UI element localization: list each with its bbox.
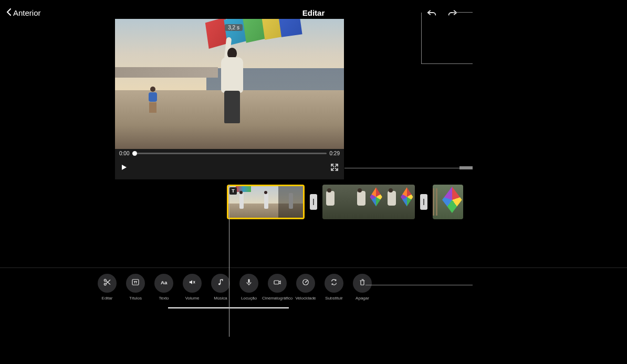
timeline[interactable]: T <box>227 185 627 219</box>
time-total: 0:29 <box>330 151 340 156</box>
trash-icon <box>358 277 367 289</box>
editar-button[interactable]: Editar <box>95 274 120 301</box>
microphone-icon <box>244 277 254 289</box>
locucao-button[interactable]: Locução <box>236 274 262 301</box>
video-preview[interactable]: 3,2 s <box>115 19 344 149</box>
edit-toolbar: Editar Títulos Aa Texto Volume Música Lo… <box>95 274 375 301</box>
texto-button[interactable]: Aa Texto <box>151 274 176 301</box>
svg-text:Aa: Aa <box>161 280 168 285</box>
back-label: Anterior <box>13 8 41 17</box>
time-current: 0:00 <box>119 151 129 156</box>
cinematografico-button[interactable]: Cinematográfico <box>265 274 290 301</box>
svg-rect-2 <box>132 280 139 285</box>
speedometer-icon <box>301 277 310 289</box>
callout-line <box>365 285 473 285</box>
svg-point-0 <box>104 279 106 281</box>
playhead[interactable] <box>229 185 229 337</box>
transition-slot[interactable] <box>419 185 429 219</box>
speaker-mute-icon <box>187 277 197 289</box>
svg-rect-5 <box>248 279 250 283</box>
callout-line <box>168 307 289 308</box>
title-template-icon <box>131 277 140 289</box>
chevron-left-icon <box>6 8 12 17</box>
scrubber-handle[interactable] <box>132 151 137 156</box>
music-note-icon <box>216 277 225 289</box>
scissors-icon <box>102 277 112 289</box>
callout-line <box>421 13 472 64</box>
replace-icon <box>329 277 339 289</box>
apagar-button[interactable]: Apagar <box>350 274 375 301</box>
svg-point-8 <box>305 282 306 283</box>
back-button[interactable]: Anterior <box>6 8 41 17</box>
titulos-button[interactable]: Títulos <box>123 274 148 301</box>
svg-rect-6 <box>274 281 279 284</box>
page-title: Editar <box>302 8 325 17</box>
callout-line <box>344 168 473 168</box>
timeline-clip-selected[interactable]: T <box>227 185 305 219</box>
velocidade-button[interactable]: Velocidade <box>293 274 318 301</box>
timeline-clip[interactable] <box>322 185 415 219</box>
substituir-button[interactable]: Substituir <box>321 274 347 301</box>
clip-duration-badge: 3,2 s <box>225 24 243 31</box>
text-icon: Aa <box>159 277 169 289</box>
divider <box>0 267 627 268</box>
play-button[interactable] <box>120 164 128 173</box>
title-indicator-icon: T <box>229 187 237 195</box>
video-viewer: 3,2 s 0:00 0:29 <box>115 19 344 179</box>
camera-icon <box>273 277 282 289</box>
callout-line <box>457 63 473 64</box>
scrubber[interactable] <box>132 153 326 154</box>
transition-slot[interactable] <box>309 185 318 219</box>
expand-button[interactable] <box>330 163 339 174</box>
timeline-clip[interactable] <box>433 185 463 219</box>
svg-point-1 <box>104 283 106 285</box>
volume-button[interactable]: Volume <box>180 274 205 301</box>
callout-line <box>459 166 473 169</box>
